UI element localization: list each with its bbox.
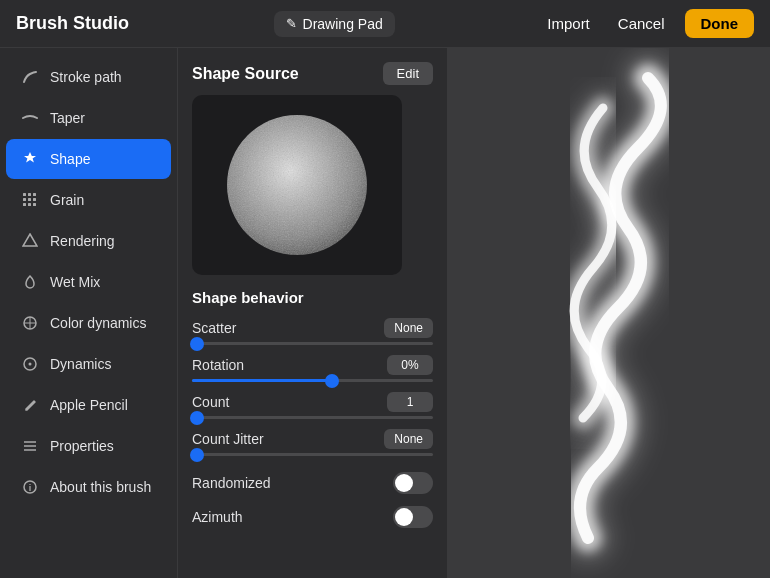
sidebar-label-properties: Properties: [50, 438, 114, 454]
sidebar-item-properties[interactable]: Properties: [6, 426, 171, 466]
drawing-pad-icon: ✎: [286, 16, 297, 31]
svg-rect-8: [33, 203, 36, 206]
grain-icon: [20, 190, 40, 210]
brush-stroke-canvas: [448, 48, 770, 578]
rotation-track[interactable]: [192, 379, 433, 382]
done-button[interactable]: Done: [685, 9, 755, 38]
scatter-value: None: [384, 318, 433, 338]
rotation-slider-row: Rotation 0%: [192, 355, 433, 382]
scatter-label: Scatter: [192, 320, 236, 336]
scatter-track[interactable]: [192, 342, 433, 345]
svg-point-14: [29, 363, 32, 366]
azimuth-label: Azimuth: [192, 509, 243, 525]
count-label: Count: [192, 394, 229, 410]
sidebar-item-rendering[interactable]: Rendering: [6, 221, 171, 261]
svg-rect-7: [28, 203, 31, 206]
sidebar-item-apple-pencil[interactable]: Apple Pencil: [6, 385, 171, 425]
sidebar-item-taper[interactable]: Taper: [6, 98, 171, 138]
brush-blob-image: [227, 115, 367, 255]
azimuth-row: Azimuth: [192, 500, 433, 534]
main-content: Stroke path Taper Shape Grain Rendering: [0, 48, 770, 578]
svg-rect-2: [33, 193, 36, 196]
shape-preview: [192, 95, 402, 275]
header-actions: Import Cancel Done: [539, 9, 754, 38]
sidebar: Stroke path Taper Shape Grain Rendering: [0, 48, 178, 578]
app-title: Brush Studio: [16, 13, 129, 34]
shape-source-header: Shape Source Edit: [192, 62, 433, 85]
sidebar-label-shape: Shape: [50, 151, 90, 167]
azimuth-toggle-knob: [395, 508, 413, 526]
sidebar-label-about: About this brush: [50, 479, 151, 495]
drawing-pad[interactable]: [448, 48, 770, 578]
svg-rect-0: [23, 193, 26, 196]
rotation-fill: [192, 379, 332, 382]
properties-icon: [20, 436, 40, 456]
svg-marker-9: [23, 234, 37, 246]
sidebar-label-color-dynamics: Color dynamics: [50, 315, 146, 331]
svg-rect-3: [23, 198, 26, 201]
sidebar-label-dynamics: Dynamics: [50, 356, 111, 372]
shape-source-title: Shape Source: [192, 65, 299, 83]
wet-mix-icon: [20, 272, 40, 292]
sidebar-label-wet-mix: Wet Mix: [50, 274, 100, 290]
count-value: 1: [387, 392, 433, 412]
count-slider-row: Count 1: [192, 392, 433, 419]
stroke-path-icon: [20, 67, 40, 87]
sidebar-item-color-dynamics[interactable]: Color dynamics: [6, 303, 171, 343]
edit-button[interactable]: Edit: [383, 62, 433, 85]
sidebar-label-stroke-path: Stroke path: [50, 69, 122, 85]
randomized-label: Randomized: [192, 475, 271, 491]
rotation-thumb: [325, 374, 339, 388]
count-thumb: [190, 411, 204, 425]
sidebar-item-wet-mix[interactable]: Wet Mix: [6, 262, 171, 302]
sidebar-item-shape[interactable]: Shape: [6, 139, 171, 179]
dynamics-icon: [20, 354, 40, 374]
color-dynamics-icon: [20, 313, 40, 333]
rotation-value: 0%: [387, 355, 433, 375]
drawing-pad-tab[interactable]: ✎ Drawing Pad: [274, 11, 395, 37]
apple-pencil-icon: [20, 395, 40, 415]
app-header: Brush Studio ✎ Drawing Pad Import Cancel…: [0, 0, 770, 48]
count-jitter-slider-row: Count Jitter None: [192, 429, 433, 456]
sidebar-label-taper: Taper: [50, 110, 85, 126]
scatter-thumb: [190, 337, 204, 351]
count-jitter-label: Count Jitter: [192, 431, 264, 447]
svg-rect-5: [33, 198, 36, 201]
svg-rect-4: [28, 198, 31, 201]
randomized-toggle-knob: [395, 474, 413, 492]
svg-rect-6: [23, 203, 26, 206]
cancel-button[interactable]: Cancel: [610, 11, 673, 36]
sidebar-item-stroke-path[interactable]: Stroke path: [6, 57, 171, 97]
sidebar-item-grain[interactable]: Grain: [6, 180, 171, 220]
drawing-pad-label: Drawing Pad: [303, 16, 383, 32]
sidebar-item-dynamics[interactable]: Dynamics: [6, 344, 171, 384]
center-panel: Shape Source Edit Shape behavior Scatter…: [178, 48, 448, 578]
svg-rect-1: [28, 193, 31, 196]
sidebar-label-apple-pencil: Apple Pencil: [50, 397, 128, 413]
sidebar-label-grain: Grain: [50, 192, 84, 208]
shape-icon: [20, 149, 40, 169]
shape-behavior-title: Shape behavior: [192, 289, 433, 306]
count-jitter-track[interactable]: [192, 453, 433, 456]
scatter-slider-row: Scatter None: [192, 318, 433, 345]
count-jitter-value: None: [384, 429, 433, 449]
azimuth-toggle[interactable]: [393, 506, 433, 528]
rendering-icon: [20, 231, 40, 251]
svg-text:i: i: [29, 483, 32, 493]
import-button[interactable]: Import: [539, 11, 598, 36]
sidebar-label-rendering: Rendering: [50, 233, 115, 249]
rotation-label: Rotation: [192, 357, 244, 373]
randomized-toggle[interactable]: [393, 472, 433, 494]
randomized-row: Randomized: [192, 466, 433, 500]
count-jitter-thumb: [190, 448, 204, 462]
count-track[interactable]: [192, 416, 433, 419]
taper-icon: [20, 108, 40, 128]
sidebar-item-about[interactable]: i About this brush: [6, 467, 171, 507]
about-icon: i: [20, 477, 40, 497]
